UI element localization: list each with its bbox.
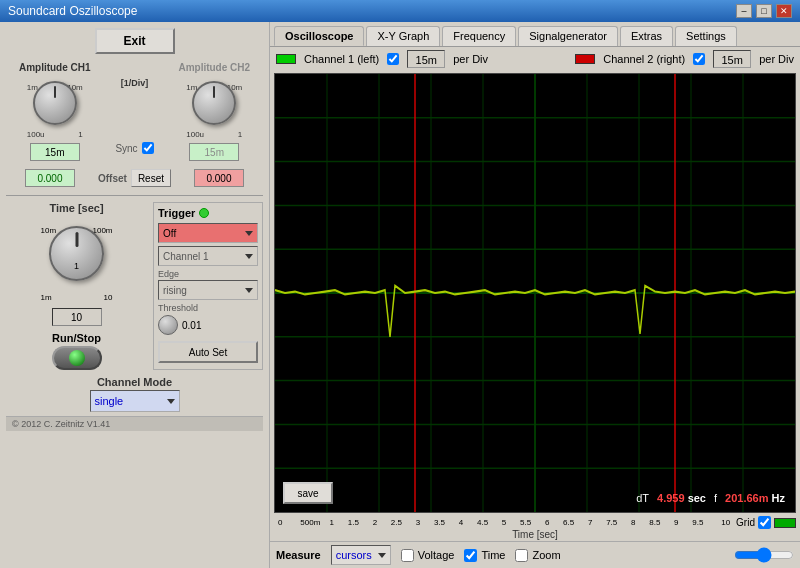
ch2-color-bar (575, 54, 595, 64)
threshold-knob[interactable] (158, 315, 178, 335)
trigger-ch-arrow (245, 254, 253, 259)
oscilloscope-display[interactable]: save dT 4.959 sec f 201.66m Hz (274, 73, 796, 513)
tab-oscilloscope[interactable]: Oscilloscope (274, 26, 364, 46)
tick-500m: 500m (300, 518, 322, 527)
amp-ch1-knob-area: 1m 10m 100u 1 (25, 81, 85, 141)
time-axis-label: Time [sec] (274, 529, 796, 540)
time-knob-marker (75, 232, 78, 247)
title-text: Soundcard Oszilloscope (8, 4, 137, 18)
time-label: Time [sec] (6, 202, 147, 214)
amp-ch2-knob[interactable] (192, 81, 236, 125)
knob1-label-br: 1 (78, 130, 82, 139)
time-value: 10 (52, 308, 102, 326)
channel-mode-label: Channel Mode (6, 376, 263, 388)
tick-10: 10 (709, 518, 731, 527)
divider (6, 195, 263, 196)
zoom-checkbox[interactable] (515, 549, 528, 562)
trigger-title: Trigger (158, 207, 195, 219)
knob1-label-bl: 100u (27, 130, 45, 139)
close-button[interactable]: ✕ (776, 4, 792, 18)
trigger-edge-label: Edge (158, 269, 258, 279)
cursor-f-value: 201.66m Hz (725, 492, 785, 504)
knob2-marker (213, 86, 215, 98)
maximize-button[interactable]: □ (756, 4, 772, 18)
tab-xy-graph[interactable]: X-Y Graph (366, 26, 440, 46)
measure-label: Measure (276, 549, 321, 561)
ch1-perdiv-label: per Div (453, 53, 488, 65)
offset1-value: 0.000 (25, 169, 75, 187)
time-measure-label: Time (481, 549, 505, 561)
ch1-checkbox[interactable] (387, 53, 399, 65)
grid-checkbox[interactable] (758, 516, 771, 529)
time-knob-label-bl: 1m (41, 293, 52, 302)
tick-9-5: 9.5 (687, 518, 709, 527)
oscilloscope-grid (275, 74, 795, 512)
offset-label: Offset (98, 173, 127, 184)
measure-slider[interactable] (734, 548, 794, 562)
tick-8: 8 (623, 518, 645, 527)
time-axis-container: 0 500m 1 1.5 2 2.5 3 3.5 4 4.5 5 5.5 6 6… (270, 515, 800, 541)
ch2-checkbox[interactable] (693, 53, 705, 65)
tick-2-5: 2.5 (386, 518, 408, 527)
minimize-button[interactable]: – (736, 4, 752, 18)
time-knob-label-tl: 10m (41, 226, 57, 235)
channel-mode-select[interactable]: single (90, 390, 180, 412)
amp-ch2-label: Amplitude CH2 (166, 62, 264, 73)
ch2-label: Channel 2 (right) (603, 53, 685, 65)
main-container: Exit Amplitude CH1 1m 10m 100u 1 15m [1/… (0, 22, 800, 568)
tick-7-5: 7.5 (601, 518, 623, 527)
trigger-led (199, 208, 209, 218)
runstop-button[interactable] (52, 346, 102, 370)
cursor-measurements: dT 4.959 sec f 201.66m Hz (636, 492, 785, 504)
trigger-threshold-label: Threshold (158, 303, 258, 313)
tab-signalgenerator[interactable]: Signalgenerator (518, 26, 618, 46)
cursor-dt-value: 4.959 sec (657, 492, 706, 504)
time-knob[interactable] (49, 226, 104, 281)
cursors-label: cursors (336, 549, 372, 561)
grid-label: Grid (736, 517, 755, 528)
amp-ch2-knob-area: 1m 10m 100u 1 (184, 81, 244, 141)
cursor-dt-label: dT (636, 492, 649, 504)
trigger-ch-dropdown[interactable]: Channel 1 (158, 246, 258, 266)
tab-extras[interactable]: Extras (620, 26, 673, 46)
reset-button[interactable]: Reset (131, 169, 171, 187)
tab-settings[interactable]: Settings (675, 26, 737, 46)
div-unit-label: [1/Div] (110, 78, 160, 88)
offset-row: 0.000 Offset Reset 0.000 (6, 167, 263, 189)
voltage-label: Voltage (418, 549, 455, 561)
amp-ch1-value: 15m (30, 143, 80, 161)
ch2-perdiv-label: per Div (759, 53, 794, 65)
cursors-arrow (378, 553, 386, 558)
tick-7: 7 (579, 518, 601, 527)
cursors-dropdown[interactable]: cursors (331, 545, 391, 565)
save-button[interactable]: save (283, 482, 333, 504)
voltage-checkbox[interactable] (401, 549, 414, 562)
time-knob-area: 10m 100m 1m 10 1 (37, 226, 117, 306)
exit-button[interactable]: Exit (95, 28, 175, 54)
time-knob-label-br: 10 (104, 293, 113, 302)
trigger-rising-dropdown[interactable]: rising (158, 280, 258, 300)
right-panel: Oscilloscope X-Y Graph Frequency Signalg… (270, 22, 800, 568)
channel-info-row: Channel 1 (left) 15m per Div Channel 2 (… (270, 47, 800, 71)
amp-ch1-label: Amplitude CH1 (6, 62, 104, 73)
tab-frequency[interactable]: Frequency (442, 26, 516, 46)
sync-checkbox[interactable] (142, 142, 154, 154)
tick-1: 1 (321, 518, 343, 527)
offset2-value: 0.000 (194, 169, 244, 187)
title-bar: Soundcard Oszilloscope – □ ✕ (0, 0, 800, 22)
time-checkbox[interactable] (464, 549, 477, 562)
cursor-f-label: f (714, 492, 717, 504)
sync-row: Sync (110, 142, 160, 154)
trigger-header: Trigger (158, 207, 258, 219)
ch1-color-bar (276, 54, 296, 64)
trigger-ch-label: Channel 1 (163, 251, 209, 262)
time-ticks: 0 500m 1 1.5 2 2.5 3 3.5 4 4.5 5 5.5 6 6… (278, 518, 730, 527)
auto-set-button[interactable]: Auto Set (158, 341, 258, 363)
amp-ch1-knob[interactable] (33, 81, 77, 125)
zoom-item: Zoom (515, 549, 560, 562)
left-panel: Exit Amplitude CH1 1m 10m 100u 1 15m [1/… (0, 22, 270, 568)
time-item: Time (464, 549, 505, 562)
trigger-off-dropdown[interactable]: Off (158, 223, 258, 243)
trigger-section: Trigger Off Channel 1 Edge rising Thresh… (153, 202, 263, 370)
knob2-label-bl: 100u (186, 130, 204, 139)
